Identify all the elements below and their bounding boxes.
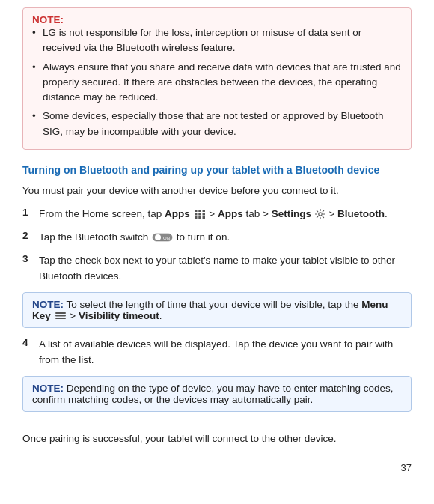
page-number: 37 — [22, 462, 412, 473]
note-bullet-1: LG is not responsible for the loss, inte… — [32, 25, 402, 56]
visibility-timeout-label: Visibility timeout — [79, 310, 159, 321]
svg-rect-8 — [202, 216, 205, 219]
svg-point-11 — [155, 234, 161, 240]
step-2: 2 Tap the Bluetooth switch ON to turn it… — [22, 230, 412, 246]
note-bullets-top: LG is not responsible for the loss, inte… — [32, 25, 402, 139]
note-middle-text-before: To select the length of time that your d… — [67, 299, 362, 310]
apps-tab-label: Apps — [218, 208, 243, 219]
note-label-middle: NOTE: — [32, 299, 64, 310]
svg-rect-6 — [195, 216, 198, 219]
svg-point-9 — [318, 213, 321, 216]
note-bullet-3: Some devices, especially those that are … — [32, 109, 402, 139]
bluetooth-label: Bluetooth — [337, 208, 385, 219]
svg-rect-13 — [55, 312, 66, 314]
step-4-number: 4 — [22, 337, 36, 348]
menu-key-icon — [55, 311, 67, 321]
svg-rect-0 — [195, 210, 198, 212]
closing-text: Once pairing is successful, your tablet … — [22, 431, 412, 447]
svg-rect-3 — [195, 213, 198, 215]
step-3-number: 3 — [22, 253, 36, 264]
note-box-top: NOTE: LG is not responsible for the loss… — [22, 7, 412, 150]
apps-grid-icon — [194, 209, 206, 219]
note-middle-text-after: . — [159, 310, 162, 321]
step-1: 1 From the Home screen, tap Apps > Apps … — [22, 207, 412, 222]
note-bottom-text: Depending on the type of device, you may… — [32, 383, 394, 405]
note-box-middle: NOTE: To select the length of time that … — [22, 292, 412, 328]
step-1-content: From the Home screen, tap Apps > Apps ta… — [39, 207, 412, 222]
svg-rect-15 — [55, 318, 66, 319]
svg-rect-7 — [198, 216, 201, 219]
intro-text: You must pair your device with another d… — [22, 183, 412, 199]
svg-rect-2 — [202, 210, 205, 212]
svg-text:ON: ON — [163, 236, 170, 240]
apps-label: Apps — [165, 208, 190, 219]
step-4-content: A list of available devices will be disp… — [39, 337, 412, 368]
svg-rect-4 — [198, 213, 201, 215]
step-2-content: Tap the Bluetooth switch ON to turn it o… — [39, 230, 412, 246]
step-3-content: Tap the check box next to your tablet's … — [39, 253, 412, 285]
svg-rect-1 — [198, 210, 201, 212]
note-bullet-2: Always ensure that you share and receive… — [32, 60, 402, 106]
note-box-bottom: NOTE: Depending on the type of device, y… — [22, 376, 412, 412]
note-label-bottom: NOTE: — [32, 383, 64, 394]
section-heading: Turning on Bluetooth and pairing up your… — [22, 163, 412, 178]
step-2-number: 2 — [22, 230, 36, 241]
svg-rect-14 — [55, 315, 66, 316]
step-1-number: 1 — [22, 207, 36, 218]
step-3: 3 Tap the check box next to your tablet'… — [22, 253, 412, 285]
settings-gear-icon — [315, 209, 326, 219]
settings-label: Settings — [272, 208, 311, 219]
step-4: 4 A list of available devices will be di… — [22, 337, 412, 368]
note-label-top: NOTE: — [32, 14, 64, 25]
toggle-switch-icon: ON — [152, 232, 173, 243]
svg-rect-5 — [202, 213, 205, 215]
